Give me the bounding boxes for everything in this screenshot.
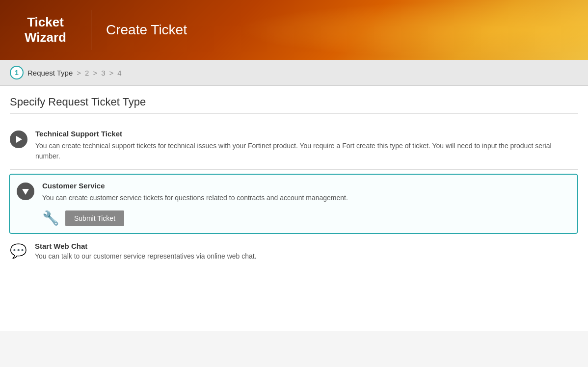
technical-support-toggle[interactable] xyxy=(10,131,27,148)
brand-text: TicketWizard xyxy=(25,15,66,45)
customer-service-icon: 🔧 xyxy=(42,210,59,226)
technical-support-title: Technical Support Ticket xyxy=(35,130,578,138)
sep-2: > xyxy=(93,69,97,77)
breadcrumb: 1 Request Type > 2 > 3 > 4 xyxy=(0,60,588,86)
triangle-down-icon xyxy=(22,189,29,195)
sep-3: > xyxy=(109,69,114,77)
technical-support-content: Technical Support Ticket You can create … xyxy=(35,130,578,161)
customer-service-content: Customer Service You can create customer… xyxy=(42,182,570,226)
step-4: 4 xyxy=(117,69,121,77)
customer-service-title: Customer Service xyxy=(42,182,570,190)
step-2: 2 xyxy=(85,69,89,77)
brand-area: TicketWizard xyxy=(0,0,91,60)
main-content: Specify Request Ticket Type Technical Su… xyxy=(0,86,588,331)
sep-1: > xyxy=(77,69,81,77)
customer-service-option: Customer Service You can create customer… xyxy=(9,174,578,234)
webchat-content: Start Web Chat You can talk to our custo… xyxy=(35,242,257,260)
step-3: 3 xyxy=(101,69,105,77)
header: TicketWizard Create Ticket xyxy=(0,0,588,60)
webchat-option: 💬 Start Web Chat You can talk to our cus… xyxy=(10,234,578,268)
page-header-title: Create Ticket xyxy=(106,22,187,38)
submit-ticket-button[interactable]: Submit Ticket xyxy=(65,210,124,226)
technical-support-desc: You can create technical support tickets… xyxy=(35,141,578,161)
step-1-circle: 1 xyxy=(10,66,24,79)
customer-service-desc: You can create customer service tickets … xyxy=(42,193,570,203)
webchat-desc: You can talk to our customer service rep… xyxy=(35,252,257,260)
customer-service-toggle[interactable] xyxy=(17,183,34,200)
header-title-area: Create Ticket xyxy=(91,0,202,60)
step-1-label: Request Type xyxy=(27,69,73,77)
triangle-right-icon xyxy=(16,136,22,143)
technical-support-option: Technical Support Ticket You can create … xyxy=(10,122,578,170)
submit-row: 🔧 Submit Ticket xyxy=(42,210,570,226)
page-title: Specify Request Ticket Type xyxy=(10,96,578,114)
webchat-title: Start Web Chat xyxy=(35,242,257,250)
webchat-icon: 💬 xyxy=(10,243,27,259)
